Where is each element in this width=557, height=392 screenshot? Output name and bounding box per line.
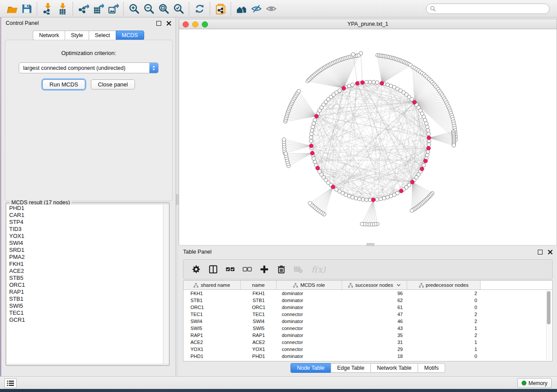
list-item[interactable]: STP4	[7, 219, 163, 226]
search-box[interactable]	[426, 3, 550, 14]
float-table-panel-icon[interactable]	[538, 250, 543, 254]
table-cell: 62	[342, 298, 407, 303]
column-header-MCDS-role[interactable]: MCDS role	[277, 281, 342, 289]
optimization-criterion-label: Optimization criterion:	[5, 50, 172, 56]
first-neighbors-icon[interactable]	[234, 2, 249, 15]
table-row[interactable]: YOX1YOX1connector291	[183, 346, 552, 353]
refresh-layout-icon[interactable]	[192, 2, 207, 15]
graph-nodes[interactable]	[282, 52, 457, 226]
column-header-predecessor-nodes[interactable]: predecessor nodes	[407, 281, 481, 289]
close-panel-icon[interactable]	[166, 21, 171, 26]
list-item[interactable]: CAR1	[7, 212, 163, 219]
table-row[interactable]: PHD1PHD1dominator180	[183, 353, 552, 360]
close-panel-button[interactable]: Close panel	[91, 79, 135, 89]
network-graph[interactable]	[179, 29, 557, 245]
delete-column-icon[interactable]	[275, 263, 288, 276]
run-mcds-button[interactable]: Run MCDS	[42, 79, 85, 89]
column-header-successor-nodes[interactable]: successor nodes	[342, 281, 407, 289]
table-cell: 46	[342, 319, 407, 324]
list-item[interactable]: ORC1	[7, 282, 163, 289]
network-canvas[interactable]	[179, 29, 557, 245]
table-settings-icon[interactable]	[190, 263, 203, 276]
column-header-name[interactable]: name	[241, 281, 277, 289]
close-table-panel-icon[interactable]	[548, 250, 553, 254]
export-table-icon[interactable]	[91, 2, 106, 15]
table-panel-titlebar: Table Panel	[179, 246, 557, 258]
tab-style[interactable]: Style	[65, 31, 89, 40]
table-row[interactable]: TEC1TEC1connector472	[183, 311, 552, 318]
import-table-icon[interactable]	[55, 2, 70, 15]
tab-network[interactable]: Network	[33, 31, 65, 40]
task-history-button[interactable]	[4, 378, 17, 388]
close-window-icon[interactable]	[183, 21, 189, 28]
list-item[interactable]: ACE2	[7, 268, 163, 275]
toolbar-separator	[37, 2, 38, 15]
maximize-window-icon[interactable]	[202, 21, 208, 28]
list-item[interactable]: YOX1	[7, 233, 163, 240]
table-cell: YOX1	[183, 347, 241, 352]
list-item[interactable]: TID3	[7, 226, 163, 233]
table-row[interactable]: STB1STB1dominator620	[183, 297, 552, 304]
deselect-all-icon[interactable]	[241, 263, 254, 276]
zoom-fit-icon[interactable]	[156, 2, 171, 15]
optimization-criterion-dropdown[interactable]: largest connected component (undirected)	[19, 62, 159, 73]
list-item[interactable]: SRD1	[7, 247, 163, 254]
mcds-result-list[interactable]: PHD1CAR1STP4TID3YOX1SWI4SRD1PMA2FKH1ACE2…	[7, 205, 163, 364]
list-item[interactable]: STB1	[7, 296, 163, 303]
float-panel-icon[interactable]	[156, 21, 161, 26]
table-cell: 0	[407, 298, 481, 303]
zoom-in-icon[interactable]	[127, 2, 142, 15]
column-header-shared-name[interactable]: shared name	[183, 281, 241, 289]
network-window-titlebar[interactable]: YPA_prune.txt_1	[179, 19, 557, 29]
tab-motifs[interactable]: Motifs	[418, 363, 445, 373]
table-row[interactable]: SWI5SWI5connector431	[183, 325, 552, 332]
tab-mcds[interactable]: MCDS	[116, 31, 144, 40]
table-row[interactable]: FKH1FKH1dominator962	[183, 290, 552, 297]
export-image-icon[interactable]	[106, 2, 121, 15]
table-scrollbar-thumb[interactable]	[547, 291, 550, 324]
table-cell: 29	[342, 347, 407, 352]
list-item[interactable]: PMA2	[7, 254, 163, 261]
vertical-splitter[interactable]	[176, 17, 179, 376]
tab-network-table[interactable]: Network Table	[370, 363, 418, 373]
list-item[interactable]: GCR1	[7, 316, 163, 323]
table-cell: FKH1	[183, 291, 241, 296]
open-file-icon[interactable]	[4, 2, 19, 15]
save-session-icon[interactable]	[19, 2, 34, 15]
table-cell: ORC1	[241, 305, 277, 310]
toolbar-separator	[231, 2, 232, 15]
memory-button[interactable]: Memory	[517, 378, 552, 388]
minimize-window-icon[interactable]	[192, 21, 198, 28]
zoom-selected-icon[interactable]	[171, 2, 186, 15]
zoom-out-icon[interactable]	[142, 2, 156, 15]
table-cell: dominator	[277, 333, 342, 338]
table-row[interactable]: RAP1RAP1dominator352	[183, 332, 552, 339]
list-item[interactable]: TEC1	[7, 309, 163, 316]
hide-selected-icon[interactable]	[249, 2, 264, 15]
show-all-icon[interactable]	[264, 2, 279, 15]
toolbar-separator	[73, 2, 73, 15]
import-network-icon[interactable]	[40, 2, 55, 15]
mcds-list-scrollbar[interactable]	[163, 205, 169, 364]
list-item[interactable]: SWI5	[7, 303, 163, 309]
table-scrollbar[interactable]	[546, 290, 551, 360]
list-item[interactable]: FKH1	[7, 261, 163, 268]
tab-edge-table[interactable]: Edge Table	[331, 363, 370, 373]
list-item[interactable]: RAP1	[7, 289, 163, 296]
table-row[interactable]: ORC1ORC1dominator610	[183, 304, 552, 311]
list-item[interactable]: SWI4	[7, 240, 163, 247]
select-all-icon[interactable]	[224, 263, 237, 276]
table-row[interactable]: ACE2ACE2connector311	[183, 339, 552, 346]
export-network-icon[interactable]	[76, 2, 91, 15]
table-cell: 2	[407, 312, 481, 317]
table-row[interactable]: SWI4SWI4dominator462	[183, 318, 552, 325]
list-item[interactable]: STB5	[7, 275, 163, 282]
clone-network-icon[interactable]	[213, 2, 228, 15]
table-panel: Table Panel f(x) shared namenameMCDS rol…	[179, 246, 557, 376]
search-input[interactable]	[436, 4, 549, 13]
column-visibility-icon[interactable]	[207, 263, 220, 276]
add-column-icon[interactable]	[258, 263, 271, 276]
list-item[interactable]: PHD1	[7, 205, 163, 212]
tab-select[interactable]: Select	[89, 31, 116, 40]
tab-node-table[interactable]: Node Table	[291, 363, 331, 373]
